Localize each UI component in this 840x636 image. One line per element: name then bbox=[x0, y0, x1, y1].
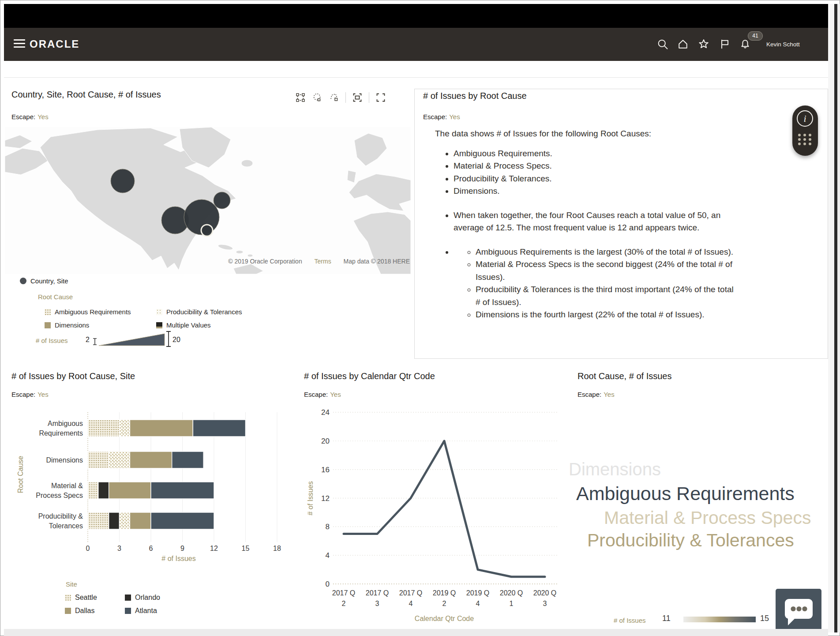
site-legend-item[interactable]: Seattle bbox=[65, 594, 125, 602]
detail-list-outer: Ambiguous Requirements is the largest (3… bbox=[435, 246, 739, 321]
marquee-select-icon[interactable] bbox=[295, 92, 306, 103]
tag-word[interactable]: Dimensions bbox=[569, 460, 661, 478]
bar-segment[interactable] bbox=[193, 420, 245, 437]
bar-segment[interactable] bbox=[88, 452, 109, 468]
svg-text:3: 3 bbox=[375, 600, 379, 607]
legend-swatch bbox=[125, 608, 131, 614]
detail-item: Producibility & Tolerances is the third … bbox=[476, 283, 739, 309]
bar-segment[interactable] bbox=[130, 512, 151, 529]
tag-legend-min: 11 bbox=[662, 614, 671, 623]
page-bottom-strip bbox=[4, 629, 828, 636]
polygon-lasso-select-icon[interactable] bbox=[329, 92, 339, 103]
root-cause-list: Ambiguous Requirements.Material & Proces… bbox=[435, 147, 739, 198]
map-bubble[interactable] bbox=[111, 169, 135, 193]
svg-text:6: 6 bbox=[149, 545, 153, 552]
map-data-credit: Map data © 2018 HERE bbox=[344, 258, 410, 265]
favorites-star-icon[interactable] bbox=[698, 38, 710, 50]
map-legend-item[interactable]: Ambiguous Requirements bbox=[45, 308, 156, 316]
bar-segment[interactable] bbox=[130, 420, 193, 437]
map-color-legend: Ambiguous RequirementsProducibility & To… bbox=[45, 308, 242, 329]
search-icon[interactable] bbox=[656, 38, 669, 50]
tag-word[interactable]: Producibility & Tolerances bbox=[587, 531, 794, 549]
bar-segment[interactable] bbox=[120, 512, 130, 529]
bar-segment[interactable] bbox=[88, 512, 109, 529]
zoom-to-fit-icon[interactable] bbox=[352, 92, 363, 103]
grid-dots-icon[interactable] bbox=[798, 134, 812, 145]
bar-segment[interactable] bbox=[172, 452, 204, 468]
bar-segment[interactable] bbox=[151, 512, 214, 529]
line-y-axis-title: # of Issues bbox=[307, 481, 315, 515]
map-bubble[interactable] bbox=[214, 192, 230, 209]
toolbar-divider bbox=[369, 92, 369, 103]
map-terms-link[interactable]: Terms bbox=[315, 258, 331, 265]
bar-segment[interactable] bbox=[109, 512, 120, 529]
svg-text:Producibility &: Producibility & bbox=[38, 512, 83, 520]
svg-text:Material &: Material & bbox=[51, 482, 83, 489]
map-attribution: © 2019 Oracle Corporation Terms Map data… bbox=[5, 258, 410, 265]
bar-segment[interactable] bbox=[88, 482, 98, 499]
detail-item: Ambiguous Requirements is the largest (3… bbox=[476, 246, 739, 259]
size-legend-ramp[interactable] bbox=[98, 331, 167, 347]
tag-word[interactable]: Ambiguous Requirements bbox=[576, 484, 795, 503]
lasso-select-icon[interactable] bbox=[312, 92, 322, 103]
bar-segment[interactable] bbox=[98, 482, 109, 499]
site-legend-item[interactable]: Orlando bbox=[125, 594, 160, 602]
svg-text:Dimensions: Dimensions bbox=[46, 456, 83, 464]
site-legend-item[interactable]: Atlanta bbox=[125, 607, 160, 615]
scrollbar[interactable] bbox=[834, 4, 837, 632]
legend-swatch bbox=[156, 309, 162, 315]
bar-segment[interactable] bbox=[88, 420, 120, 437]
map-selection-toolbar bbox=[295, 92, 386, 103]
site-legend-item[interactable]: Dallas bbox=[65, 607, 125, 615]
tag-legend-gradient bbox=[683, 617, 756, 622]
tag-word[interactable]: Material & Process Specs bbox=[604, 509, 811, 527]
legend-swatch bbox=[65, 595, 71, 601]
map-panel-title: Country, Site, Root Cause, # of Issues bbox=[11, 90, 161, 100]
fullscreen-icon[interactable] bbox=[375, 92, 386, 103]
line-series[interactable] bbox=[344, 441, 545, 577]
info-icon[interactable]: i bbox=[797, 110, 813, 127]
svg-text:Tolerances: Tolerances bbox=[49, 522, 83, 530]
line-x-axis-title: Calendar Qtr Code bbox=[378, 615, 510, 623]
home-icon[interactable] bbox=[677, 38, 689, 50]
svg-text:2017 Q: 2017 Q bbox=[366, 589, 389, 597]
svg-text:4: 4 bbox=[326, 551, 330, 560]
chat-bubble-icon bbox=[776, 589, 821, 635]
bar-segment[interactable] bbox=[109, 452, 130, 468]
site-legend: SeattleOrlandoDallasAtlanta bbox=[65, 594, 160, 615]
map-legend-item[interactable]: Producibility & Tolerances bbox=[156, 308, 242, 316]
page-right-margin bbox=[828, 4, 834, 632]
legend-label: Multiple Values bbox=[166, 321, 211, 329]
insight-options-pill[interactable]: i bbox=[792, 105, 818, 156]
bar-segment[interactable] bbox=[151, 482, 214, 499]
map-legend-item[interactable]: Dimensions bbox=[45, 321, 156, 329]
svg-text:2020 Q: 2020 Q bbox=[533, 589, 556, 597]
detail-item: Dimensions is the fourth largest (22% of… bbox=[476, 309, 739, 321]
svg-text:1: 1 bbox=[510, 600, 514, 607]
size-legend-max: 20 bbox=[172, 336, 180, 344]
bar-segment[interactable] bbox=[109, 482, 151, 499]
bar-segment[interactable] bbox=[130, 452, 172, 468]
page-right-edge bbox=[837, 4, 840, 632]
legend-label: Orlando bbox=[135, 594, 160, 602]
root-cause-item: Ambiguous Requirements. bbox=[454, 147, 739, 160]
svg-text:8: 8 bbox=[326, 523, 330, 531]
size-legend-max-marker[interactable] bbox=[165, 331, 172, 347]
dashboard-screen: ORACLE 41 Kevin Schott Country, Site, Ro… bbox=[0, 0, 840, 636]
legend-label: Dimensions bbox=[55, 321, 89, 329]
user-menu[interactable]: Kevin Schott bbox=[766, 41, 800, 48]
hamburger-menu-icon[interactable] bbox=[14, 39, 25, 48]
flag-icon[interactable] bbox=[719, 38, 731, 50]
legend-label: Ambiguous Requirements bbox=[55, 308, 131, 316]
map-legend-item[interactable]: Multiple Values bbox=[156, 321, 242, 329]
insight-intro: The data shows # of Issues for the follo… bbox=[435, 128, 739, 140]
bar-segment[interactable] bbox=[120, 420, 130, 437]
svg-text:2017 Q: 2017 Q bbox=[332, 589, 355, 597]
chat-assistant-button[interactable] bbox=[776, 589, 821, 635]
root-cause-item: Producibility & Tolerances. bbox=[454, 173, 739, 185]
map-bubble[interactable] bbox=[201, 225, 213, 236]
svg-text:Process Specs: Process Specs bbox=[36, 492, 83, 499]
bubble-legend-swatch bbox=[20, 278, 26, 284]
map-copyright: © 2019 Oracle Corporation bbox=[228, 258, 302, 265]
bar-y-axis-title: Root Cause bbox=[17, 456, 25, 493]
